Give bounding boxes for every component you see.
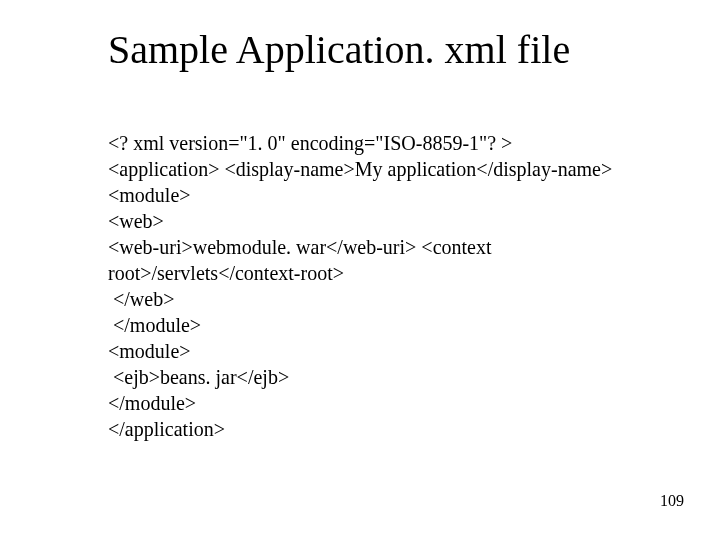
code-line: root>/servlets</context-root> <box>108 260 628 286</box>
code-line: </module> <box>108 390 628 416</box>
slide-body: <? xml version="1. 0" encoding="ISO-8859… <box>108 130 628 442</box>
code-line: </web> <box>108 286 628 312</box>
code-line: <ejb>beans. jar</ejb> <box>108 364 628 390</box>
code-line: <web> <box>108 208 628 234</box>
slide: Sample Application. xml file <? xml vers… <box>0 0 720 540</box>
code-line: <? xml version="1. 0" encoding="ISO-8859… <box>108 130 628 156</box>
slide-title: Sample Application. xml file <box>108 26 570 73</box>
code-line: <module> <box>108 182 628 208</box>
code-line: </module> <box>108 312 628 338</box>
code-line: <web-uri>webmodule. war</web-uri> <conte… <box>108 234 628 260</box>
code-line: <application> <display-name>My applicati… <box>108 156 628 182</box>
page-number: 109 <box>660 492 684 510</box>
code-line: <module> <box>108 338 628 364</box>
code-line: </application> <box>108 416 628 442</box>
